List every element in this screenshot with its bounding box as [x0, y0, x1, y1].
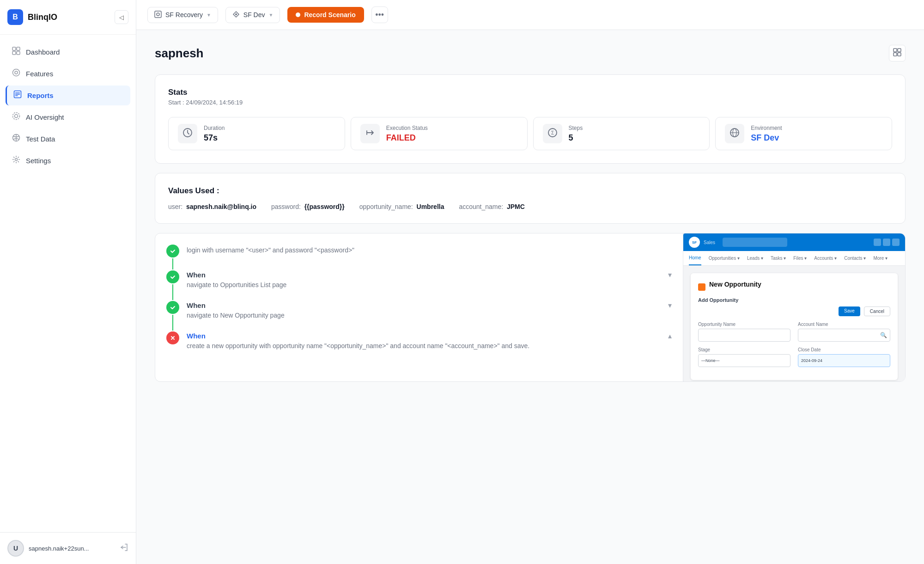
mock-sf-header: SF Sales [683, 233, 905, 251]
step-header-when1: When ▾ [187, 270, 672, 279]
value-password: password: {{password}} [271, 203, 345, 210]
password-value: {{password}} [304, 203, 345, 210]
logo-text: BlinqIO [28, 12, 57, 22]
execution-label: Execution Status [386, 125, 428, 131]
values-card: Values Used : user: sapnesh.naik@blinq.i… [155, 173, 906, 224]
step-expand-when3[interactable]: ▴ [668, 331, 672, 340]
main-area: SF Recovery ▼ SF Dev ▼ Record Scenario •… [136, 0, 924, 564]
env2-selector[interactable]: SF Dev ▼ [225, 7, 280, 23]
opportunity-key: opportunity_name: [359, 203, 413, 210]
svg-rect-22 [898, 53, 901, 56]
step-dot-when2 [166, 301, 179, 314]
mock-sf-logo: SF [689, 237, 700, 248]
mock-stage-input: —None— [698, 354, 790, 367]
stats-card: Stats Start : 24/09/2024, 14:56:19 [155, 74, 906, 164]
svg-text:Σ: Σ [551, 130, 553, 135]
mock-account-name-field: Account Name 🔍 [798, 322, 890, 342]
step-content-when2: When ▾ navigate to New Opportunity page [187, 301, 672, 331]
settings-icon [12, 155, 20, 166]
step-connector-when2 [166, 301, 179, 331]
svg-rect-3 [17, 51, 20, 55]
sidebar-header: B BlinqIO ◁ [0, 0, 136, 35]
svg-point-18 [235, 13, 237, 15]
duration-info: Duration 57s [204, 125, 225, 143]
ai-oversight-icon [12, 112, 20, 123]
mock-close-date-field: Close Date 2024-09-24 [798, 347, 890, 367]
step-login: login with username "<user>" and passwor… [166, 245, 672, 270]
step-expand-when1[interactable]: ▾ [668, 270, 672, 279]
sidebar-item-ai-oversight[interactable]: AI Oversight [6, 107, 130, 127]
duration-value: 57s [204, 133, 225, 143]
sidebar-item-label-dashboard: Dashboard [26, 48, 60, 56]
topbar: SF Recovery ▼ SF Dev ▼ Record Scenario •… [136, 0, 924, 30]
duration-label: Duration [204, 125, 225, 131]
duration-icon [182, 128, 193, 140]
step-line-login [172, 258, 173, 270]
steps-list: login with username "<user>" and passwor… [155, 233, 683, 381]
svg-rect-21 [894, 53, 897, 56]
value-user: user: sapnesh.naik@blinq.io [168, 203, 256, 210]
step-when-1: When ▾ navigate to Opportunities List pa… [166, 270, 672, 301]
svg-point-14 [15, 159, 18, 161]
execution-value: FAILED [386, 133, 428, 143]
value-opportunity: opportunity_name: Umbrella [359, 203, 444, 210]
sidebar-item-dashboard[interactable]: Dashboard [6, 42, 130, 62]
record-scenario-button[interactable]: Record Scenario [287, 7, 364, 23]
step-line-when2 [172, 315, 173, 331]
env-icon-wrap [725, 124, 744, 143]
environment-value[interactable]: SF Dev [751, 133, 782, 143]
sidebar-item-settings[interactable]: Settings [6, 151, 130, 171]
steps-info: Steps 5 [569, 125, 583, 143]
opportunity-value: Umbrella [417, 203, 444, 210]
sidebar-collapse-button[interactable]: ◁ [115, 10, 128, 24]
mock-close-date-input: 2024-09-24 [798, 354, 890, 367]
collapse-icon: ◁ [119, 14, 124, 21]
step-content-login: login with username "<user>" and passwor… [187, 245, 672, 270]
steps-card: login with username "<user>" and passwor… [155, 233, 906, 382]
svg-point-11 [13, 113, 20, 120]
sidebar-item-reports[interactable]: Reports [6, 86, 130, 105]
mock-sf-subnav: Home Opportunities ▾ Leads ▾ Tasks ▾ Fil… [683, 251, 905, 266]
step-description-when3: create a new opportunity with opportunit… [187, 341, 672, 351]
mock-sf-title: New Opportunity [709, 281, 761, 288]
execution-info: Execution Status FAILED [386, 125, 428, 143]
mock-sf-body: New Opportunity Add Opportunity Save Can… [683, 266, 905, 381]
env1-selector[interactable]: SF Recovery ▼ [147, 7, 218, 23]
mock-close-date-label: Close Date [798, 347, 890, 352]
page-header: sapnesh [155, 45, 906, 61]
record-label: Record Scenario [304, 11, 355, 18]
record-icon [296, 12, 300, 17]
sidebar-item-features[interactable]: Features [6, 64, 130, 84]
mock-account-name-label: Account Name [798, 322, 890, 327]
svg-point-5 [15, 71, 18, 74]
step-content-when3: When ▴ create a new opportunity with opp… [187, 331, 672, 362]
logout-button[interactable] [119, 543, 128, 554]
environment-icon [729, 128, 740, 140]
mock-close-date-value: 2024-09-24 [801, 358, 822, 363]
view-toggle-button[interactable] [889, 45, 906, 61]
step-when-3: When ▴ create a new opportunity with opp… [166, 331, 672, 362]
mock-form-row-1: Opportunity Name Account Name 🔍 [698, 322, 890, 342]
mock-sf-actions: Save Cancel [698, 307, 890, 316]
steps-screenshot: SF Sales [683, 233, 905, 381]
steps-label: Steps [569, 125, 583, 131]
stat-duration: Duration 57s [168, 117, 345, 150]
env2-icon [232, 11, 240, 19]
sidebar-item-test-data[interactable]: Test Data [6, 129, 130, 149]
step-dot-login [166, 245, 179, 257]
mock-opportunity-name-label: Opportunity Name [698, 322, 790, 327]
mock-form-row-2: Stage —None— Close Date 2024-09-24 [698, 347, 890, 367]
step-description-when2: navigate to New Opportunity page [187, 311, 672, 320]
more-options-button[interactable]: ••• [371, 6, 388, 23]
content-area: sapnesh Stats Start : 24/09/2024, 14:56:… [136, 30, 924, 564]
sidebar-item-label-reports: Reports [27, 92, 54, 99]
step-expand-when2[interactable]: ▾ [668, 301, 672, 310]
svg-rect-2 [12, 51, 16, 55]
mock-stage-value: —None— [701, 358, 720, 363]
page-title: sapnesh [155, 46, 204, 61]
more-icon: ••• [375, 10, 384, 20]
svg-rect-0 [12, 47, 16, 50]
logo-area: B BlinqIO [7, 9, 57, 25]
step-dot-when1 [166, 270, 179, 283]
password-key: password: [271, 203, 301, 210]
